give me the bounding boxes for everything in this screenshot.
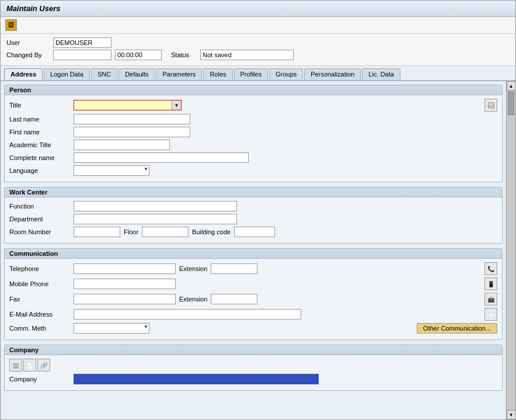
email-input[interactable]: [74, 309, 301, 320]
department-label: Department: [9, 216, 74, 223]
user-label: User: [6, 39, 53, 46]
academic-title-row: Academic Title: [9, 140, 497, 150]
email-icon-btn[interactable]: ✉️: [484, 308, 497, 321]
changed-by-row: Changed By Status: [6, 50, 510, 60]
person-icon-btn[interactable]: 🪟: [484, 99, 497, 112]
floor-input[interactable]: [142, 227, 189, 237]
tab-parameters[interactable]: Parameters: [156, 68, 203, 80]
email-label: E-Mail Address: [9, 311, 74, 318]
time-input[interactable]: [115, 50, 162, 60]
department-input[interactable]: [74, 214, 237, 224]
telephone-label: Telephone: [9, 265, 74, 272]
academic-title-input[interactable]: [74, 140, 170, 150]
communication-section: Communication Telephone Extension 📞 Mobi…: [4, 248, 503, 340]
comm-meth-wrapper: [74, 323, 149, 334]
changed-by-label: Changed By: [6, 51, 53, 58]
first-name-row: First name: [9, 127, 497, 137]
extension-label: Extension: [179, 265, 207, 272]
tab-lic-data[interactable]: Lic. Data: [362, 68, 400, 80]
tab-personalization[interactable]: Personalization: [304, 68, 361, 80]
company-bar: [74, 374, 319, 384]
work-center-section: Work Center Function Department Room Num…: [4, 187, 503, 244]
user-input[interactable]: [53, 37, 111, 48]
company-row: Company: [9, 374, 497, 384]
telephone-input[interactable]: [74, 263, 176, 274]
language-row: Language: [9, 165, 497, 176]
function-row: Function: [9, 201, 497, 211]
toolbar-icon[interactable]: 🖼: [5, 19, 17, 31]
title-dropdown-btn[interactable]: ▼: [172, 100, 181, 110]
room-label: Room Number: [9, 228, 74, 235]
tab-address[interactable]: Address: [4, 68, 43, 80]
language-select[interactable]: [74, 165, 149, 176]
fax-input[interactable]: [74, 294, 176, 304]
company-icon-1[interactable]: 🏢: [9, 359, 22, 372]
tab-defaults[interactable]: Defaults: [118, 68, 155, 80]
last-name-row: Last name: [9, 114, 497, 124]
scrollbar-track[interactable]: [507, 91, 515, 410]
fax-label: Fax: [9, 296, 74, 303]
complete-name-row: Complete name: [9, 152, 497, 163]
title-input[interactable]: [74, 101, 172, 109]
last-name-label: Last name: [9, 116, 74, 123]
language-label: Language: [9, 167, 74, 174]
company-section-header: Company: [5, 345, 502, 355]
communication-section-body: Telephone Extension 📞 Mobile Phone 📱 Fax: [5, 259, 502, 339]
telephone-icon-btn[interactable]: 📞: [484, 262, 497, 275]
scrollbar-thumb[interactable]: [508, 92, 514, 115]
function-label: Function: [9, 203, 74, 210]
fax-row: Fax Extension 📠: [9, 293, 497, 306]
title-dropdown[interactable]: ▼: [74, 100, 182, 110]
scrollbar-up-btn[interactable]: ▲: [507, 81, 516, 91]
tab-profiles[interactable]: Profiles: [234, 68, 269, 80]
person-section-header: Person: [5, 85, 502, 95]
company-section: Company 🏢 📄 🔗 Company: [4, 345, 503, 391]
function-input[interactable]: [74, 201, 237, 211]
person-icon-gap: [186, 102, 188, 109]
status-label: Status: [171, 51, 200, 58]
fax-extension-input[interactable]: [211, 294, 257, 304]
complete-name-label: Complete name: [9, 154, 74, 161]
company-icon-3[interactable]: 🔗: [37, 359, 50, 372]
company-icon-2[interactable]: 📄: [23, 359, 36, 372]
tab-snc[interactable]: SNC: [91, 68, 117, 80]
main-content: Person Title ▼ 🪟 Last name: [1, 81, 515, 419]
user-row: User: [6, 37, 510, 48]
academic-title-label: Academic Title: [9, 141, 74, 148]
room-input[interactable]: [74, 227, 120, 237]
extension-input[interactable]: [211, 263, 257, 274]
email-row: E-Mail Address ✉️: [9, 308, 497, 321]
comm-meth-row: Comm. Meth Other Communication...: [9, 323, 497, 334]
person-section-body: Title ▼ 🪟 Last name: [5, 95, 502, 182]
comm-meth-select[interactable]: [74, 323, 149, 334]
complete-name-input[interactable]: [74, 152, 249, 163]
fax-icon-btn[interactable]: 📠: [484, 293, 497, 306]
vertical-scrollbar[interactable]: ▲ ▼: [506, 81, 515, 419]
title-row: Title ▼ 🪟: [9, 99, 497, 112]
floor-label: Floor: [124, 228, 138, 235]
work-center-section-body: Function Department Room Number Floor Bu…: [5, 197, 502, 243]
room-row: Room Number Floor Building code: [9, 227, 497, 237]
first-name-label: First name: [9, 129, 74, 136]
building-code-input[interactable]: [234, 227, 275, 237]
last-name-input[interactable]: [74, 114, 190, 124]
tab-groups[interactable]: Groups: [269, 68, 303, 80]
scroll-area[interactable]: Person Title ▼ 🪟 Last name: [1, 81, 506, 419]
other-communication-btn[interactable]: Other Communication...: [417, 323, 497, 334]
mobile-label: Mobile Phone: [9, 280, 74, 287]
company-section-body: 🏢 📄 🔗 Company: [5, 355, 502, 390]
work-center-section-header: Work Center: [5, 188, 502, 197]
communication-section-header: Communication: [5, 249, 502, 259]
first-name-input[interactable]: [74, 127, 190, 137]
tab-roles[interactable]: Roles: [203, 68, 232, 80]
mobile-row: Mobile Phone 📱: [9, 277, 497, 290]
tab-logon-data[interactable]: Logon Data: [44, 68, 90, 80]
fax-extension-label: Extension: [179, 296, 207, 303]
scrollbar-down-btn[interactable]: ▼: [507, 410, 516, 419]
mobile-input[interactable]: [74, 279, 176, 289]
title-bar: Maintain Users: [1, 1, 515, 17]
changed-by-input[interactable]: [53, 50, 111, 60]
mobile-icon-btn[interactable]: 📱: [484, 277, 497, 290]
toolbar: 🖼: [1, 17, 515, 34]
tabs-container: Address Logon Data SNC Defaults Paramete…: [1, 66, 515, 81]
